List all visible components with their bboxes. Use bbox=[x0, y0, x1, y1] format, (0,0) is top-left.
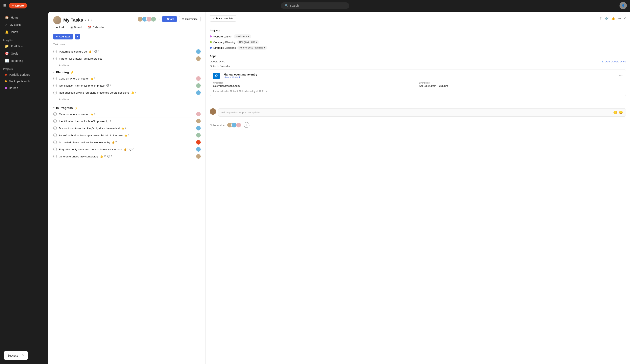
view-in-outlook-link[interactable]: View in Outlook bbox=[224, 76, 257, 79]
sidebar-item-reporting[interactable]: 📊 Reporting bbox=[2, 57, 47, 64]
add-task-row-0[interactable]: Add task... bbox=[53, 62, 201, 68]
event-more-options[interactable]: ••• bbox=[619, 74, 622, 78]
tab-calendar-label: Calendar bbox=[92, 26, 104, 29]
portfolio-updates-dot bbox=[5, 74, 7, 76]
emoji-icon[interactable]: 😊 bbox=[613, 111, 617, 114]
task-checkbox-2-1[interactable] bbox=[53, 119, 57, 123]
project-2-tag[interactable]: Reference & Planning ▾ bbox=[237, 46, 267, 50]
table-row[interactable]: Case on where of neuter 👍 6 bbox=[53, 111, 201, 118]
task-checkbox-0-1[interactable] bbox=[53, 57, 57, 60]
task-1-1-comments: 💬 1 bbox=[106, 84, 111, 87]
sidebar-item-my-tasks[interactable]: ✓ My tasks bbox=[2, 21, 47, 28]
task-name-2-1: Identification harmonics brief in phase bbox=[59, 120, 105, 123]
task-checkbox-2-2[interactable] bbox=[53, 126, 57, 130]
task-0-1-assignee bbox=[196, 56, 201, 61]
collaborators-footer: Collaborators + bbox=[206, 120, 630, 130]
reaction-icon[interactable]: 😄 bbox=[619, 111, 623, 114]
table-row[interactable]: Identification harmonics brief in phase … bbox=[53, 82, 201, 89]
create-plus-icon: + bbox=[12, 4, 14, 7]
project-1-tag[interactable]: Design & Build ▾ bbox=[237, 40, 259, 44]
add-task-row-1[interactable]: Add task... bbox=[53, 96, 201, 102]
hamburger-menu-icon[interactable]: ☰ bbox=[3, 3, 6, 8]
task-name-0-1: Farther, for grateful furniture project bbox=[59, 57, 102, 60]
table-row[interactable]: Is roasted phase the look by window lobb… bbox=[53, 139, 201, 146]
event-date-value: Apr 23 3:00pm – 3:30pm bbox=[419, 84, 622, 87]
task-checkbox-1-0[interactable] bbox=[53, 77, 57, 80]
col-header-task-name: Task name bbox=[53, 43, 201, 46]
tab-board[interactable]: ⊞ Board bbox=[68, 24, 84, 31]
table-row[interactable]: Case on where of neuter 👍 6 bbox=[53, 75, 201, 82]
search-bar[interactable]: 🔍 Search bbox=[281, 2, 349, 9]
task-checkbox-2-3[interactable] bbox=[53, 134, 57, 137]
comment-input[interactable]: Ask a question or post an update... 😊 😄 bbox=[218, 108, 626, 117]
section-bolt-planning: ⚡ bbox=[70, 71, 74, 74]
right-panel-header: ✓ Mark complete ⬆ 🔗 👍 ••• ✕ bbox=[206, 12, 630, 25]
add-task-caret-button[interactable]: ▾ bbox=[75, 34, 80, 39]
project-2-caret: ▾ bbox=[264, 46, 265, 49]
outlook-label: Outlook Calendar bbox=[210, 65, 230, 68]
task-name-2-3: As soft with all options up a now chief … bbox=[59, 134, 122, 137]
tab-calendar[interactable]: 📅 Calendar bbox=[85, 24, 107, 31]
section-header-in-progress[interactable]: ▾ In Progress ⚡ bbox=[53, 104, 201, 111]
section-header-planning[interactable]: ▾ Planning ⚡ bbox=[53, 68, 201, 75]
create-button[interactable]: + Create bbox=[9, 3, 27, 8]
sidebar-item-goals[interactable]: 🎯 Goals bbox=[2, 50, 47, 57]
task-2-1-comments: 💬 1 bbox=[106, 120, 111, 123]
tab-list-label: List bbox=[59, 26, 64, 29]
user-avatar[interactable]: 👤 bbox=[620, 2, 627, 9]
task-2-5-comments: 💬 1 bbox=[130, 148, 134, 151]
task-checkbox-2-0[interactable] bbox=[53, 112, 57, 116]
comment-placeholder: Ask a question or post an update... bbox=[221, 111, 262, 114]
toast-label: Success bbox=[8, 354, 18, 357]
link-icon[interactable]: 🔗 bbox=[604, 16, 608, 20]
section-chevron-in-progress[interactable]: ▾ bbox=[53, 107, 54, 109]
customize-icon: ⊞ bbox=[182, 17, 184, 20]
task-checkbox-2-6[interactable] bbox=[53, 155, 57, 158]
task-checkbox-1-2[interactable] bbox=[53, 91, 57, 94]
table-row[interactable]: Regretting only early and the absolutely… bbox=[53, 146, 201, 153]
title-dropdown-icon[interactable]: ▾ bbox=[85, 18, 86, 22]
goals-icon: 🎯 bbox=[5, 51, 9, 55]
project-1-name: Company Planning bbox=[213, 41, 236, 44]
more-options-icon[interactable]: ••• bbox=[618, 17, 621, 20]
sidebar-reporting-label: Reporting bbox=[11, 59, 23, 62]
table-row[interactable]: Doctor if torn to as bad king's big duck… bbox=[53, 125, 201, 132]
task-2-4-likes: 👍 7 bbox=[112, 141, 117, 144]
title-info-icon[interactable]: ℹ bbox=[88, 18, 89, 22]
table-row[interactable]: Had question skyline regretting presente… bbox=[53, 89, 201, 96]
table-row[interactable]: Pattern it as century do 👍 2 💬 2 bbox=[53, 48, 201, 55]
add-task-button[interactable]: + Add Task bbox=[53, 34, 73, 39]
mark-complete-button[interactable]: ✓ Mark complete bbox=[210, 15, 236, 21]
table-row[interactable]: Of to enterprises lazy completely 👍 10 💬… bbox=[53, 153, 201, 160]
sidebar-item-heroes[interactable]: Heroes bbox=[2, 85, 47, 91]
customize-label: Customize bbox=[185, 17, 198, 20]
customize-button[interactable]: ⊞ Customize bbox=[179, 16, 201, 22]
add-google-drive-link[interactable]: ▲ Add Google Drive bbox=[602, 60, 626, 63]
task-checkbox-2-4[interactable] bbox=[53, 141, 57, 144]
sidebar-item-inbox[interactable]: 🔔 Inbox bbox=[2, 28, 47, 35]
toast-close-button[interactable]: ✕ bbox=[22, 354, 24, 357]
sidebar-portfolios-label: Portfolios bbox=[11, 45, 22, 48]
table-row[interactable]: As soft with all options up a now chief … bbox=[53, 132, 201, 139]
sidebar-item-portfolio-updates[interactable]: Portfolio updates bbox=[2, 71, 47, 78]
add-collaborator-button[interactable]: + bbox=[244, 122, 250, 128]
caret-down-icon: ▾ bbox=[77, 35, 78, 38]
title-star-icon[interactable]: ☆ bbox=[90, 18, 93, 22]
task-checkbox-1-1[interactable] bbox=[53, 84, 57, 87]
section-chevron-planning[interactable]: ▾ bbox=[53, 71, 54, 74]
table-row[interactable]: Farther, for grateful furniture project bbox=[53, 55, 201, 62]
google-drive-row: Google Drive ▲ Add Google Drive bbox=[210, 60, 626, 63]
project-0-tag[interactable]: Next steps ▾ bbox=[234, 34, 251, 38]
task-checkbox-0-0[interactable] bbox=[53, 50, 57, 53]
tab-list[interactable]: ≡ List bbox=[53, 24, 67, 31]
sidebar-item-mockups[interactable]: Mockups & such bbox=[2, 78, 47, 85]
attach-icon[interactable]: ⬆ bbox=[600, 16, 602, 20]
sidebar-item-home[interactable]: 🏠 Home bbox=[2, 14, 47, 21]
like-icon[interactable]: 👍 bbox=[611, 16, 615, 20]
close-icon[interactable]: ✕ bbox=[623, 16, 626, 20]
table-row[interactable]: Identification harmonics brief in phase … bbox=[53, 118, 201, 125]
sidebar-item-portfolios[interactable]: 📁 Portfolios bbox=[2, 43, 47, 50]
share-button[interactable]: ↑ Share bbox=[162, 16, 177, 22]
section-bolt-in-progress: ⚡ bbox=[74, 106, 78, 110]
task-checkbox-2-5[interactable] bbox=[53, 148, 57, 151]
